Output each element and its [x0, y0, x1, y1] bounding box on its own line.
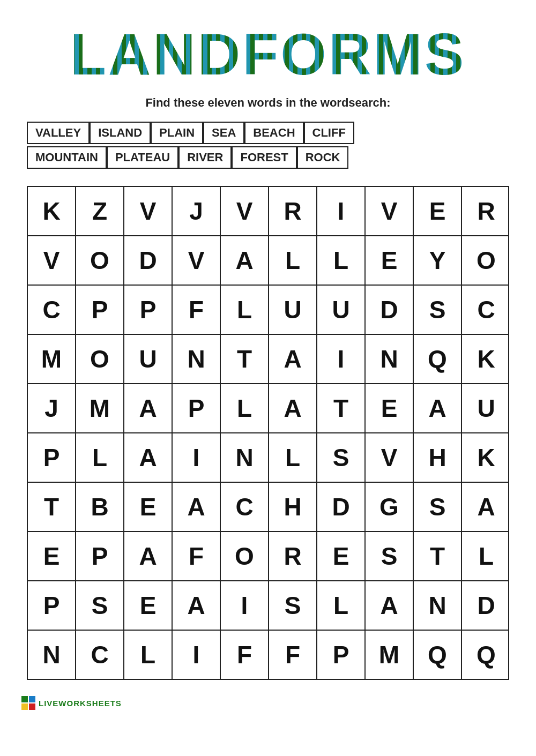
grid-cell-2-6[interactable]: U: [317, 286, 366, 334]
grid-cell-3-7[interactable]: N: [366, 335, 414, 383]
grid-cell-2-4[interactable]: L: [221, 286, 269, 334]
grid-cell-2-1[interactable]: P: [76, 286, 124, 334]
grid-cell-4-9[interactable]: U: [462, 384, 510, 432]
grid-cell-5-9[interactable]: K: [462, 433, 510, 482]
grid-cell-5-4[interactable]: N: [221, 433, 269, 482]
grid-cell-1-6[interactable]: L: [317, 236, 366, 285]
grid-cell-7-1[interactable]: P: [76, 532, 124, 580]
grid-cell-7-6[interactable]: E: [317, 532, 366, 580]
grid-cell-1-4[interactable]: A: [221, 236, 269, 285]
grid-cell-9-2[interactable]: L: [124, 631, 173, 679]
grid-cell-9-7[interactable]: M: [366, 631, 414, 679]
grid-cell-4-8[interactable]: A: [414, 384, 462, 432]
grid-cell-6-6[interactable]: D: [317, 483, 366, 531]
grid-cell-7-2[interactable]: A: [124, 532, 173, 580]
grid-cell-7-9[interactable]: L: [462, 532, 510, 580]
grid-cell-8-6[interactable]: L: [317, 581, 366, 630]
grid-cell-3-8[interactable]: Q: [414, 335, 462, 383]
grid-cell-9-3[interactable]: I: [173, 631, 221, 679]
grid-cell-6-9[interactable]: A: [462, 483, 510, 531]
grid-cell-7-3[interactable]: F: [173, 532, 221, 580]
grid-cell-9-1[interactable]: C: [76, 631, 124, 679]
grid-cell-2-8[interactable]: S: [414, 286, 462, 334]
grid-cell-3-9[interactable]: K: [462, 335, 510, 383]
grid-cell-7-7[interactable]: S: [366, 532, 414, 580]
grid-cell-5-0[interactable]: P: [28, 433, 76, 482]
grid-cell-4-0[interactable]: J: [28, 384, 76, 432]
grid-cell-9-8[interactable]: Q: [414, 631, 462, 679]
grid-cell-9-5[interactable]: F: [269, 631, 317, 679]
grid-cell-0-8[interactable]: E: [414, 187, 462, 235]
grid-cell-4-7[interactable]: E: [366, 384, 414, 432]
grid-cell-6-0[interactable]: T: [28, 483, 76, 531]
grid-cell-8-8[interactable]: N: [414, 581, 462, 630]
grid-cell-1-0[interactable]: V: [28, 236, 76, 285]
grid-cell-4-6[interactable]: T: [317, 384, 366, 432]
grid-cell-4-4[interactable]: L: [221, 384, 269, 432]
grid-cell-9-0[interactable]: N: [28, 631, 76, 679]
grid-cell-6-1[interactable]: B: [76, 483, 124, 531]
grid-cell-7-8[interactable]: T: [414, 532, 462, 580]
grid-cell-0-7[interactable]: V: [366, 187, 414, 235]
grid-cell-4-1[interactable]: M: [76, 384, 124, 432]
grid-cell-0-5[interactable]: R: [269, 187, 317, 235]
grid-cell-0-6[interactable]: I: [317, 187, 366, 235]
grid-cell-0-2[interactable]: V: [124, 187, 173, 235]
grid-cell-0-3[interactable]: J: [173, 187, 221, 235]
grid-cell-5-7[interactable]: V: [366, 433, 414, 482]
grid-cell-2-7[interactable]: D: [366, 286, 414, 334]
grid-cell-7-5[interactable]: R: [269, 532, 317, 580]
grid-cell-4-5[interactable]: A: [269, 384, 317, 432]
grid-cell-4-3[interactable]: P: [173, 384, 221, 432]
grid-cell-8-1[interactable]: S: [76, 581, 124, 630]
grid-cell-3-3[interactable]: N: [173, 335, 221, 383]
grid-cell-1-7[interactable]: E: [366, 236, 414, 285]
grid-cell-4-2[interactable]: A: [124, 384, 173, 432]
grid-cell-6-5[interactable]: H: [269, 483, 317, 531]
grid-cell-5-5[interactable]: L: [269, 433, 317, 482]
grid-cell-0-9[interactable]: R: [462, 187, 510, 235]
grid-cell-8-9[interactable]: D: [462, 581, 510, 630]
grid-cell-1-8[interactable]: Y: [414, 236, 462, 285]
grid-cell-0-0[interactable]: K: [28, 187, 76, 235]
grid-cell-5-1[interactable]: L: [76, 433, 124, 482]
grid-cell-3-5[interactable]: A: [269, 335, 317, 383]
grid-cell-6-8[interactable]: S: [414, 483, 462, 531]
grid-cell-1-2[interactable]: D: [124, 236, 173, 285]
grid-cell-2-0[interactable]: C: [28, 286, 76, 334]
grid-cell-8-5[interactable]: S: [269, 581, 317, 630]
grid-cell-5-6[interactable]: S: [317, 433, 366, 482]
grid-cell-1-5[interactable]: L: [269, 236, 317, 285]
grid-cell-6-2[interactable]: E: [124, 483, 173, 531]
grid-cell-2-5[interactable]: U: [269, 286, 317, 334]
grid-cell-5-8[interactable]: H: [414, 433, 462, 482]
grid-cell-8-3[interactable]: A: [173, 581, 221, 630]
grid-cell-1-9[interactable]: O: [462, 236, 510, 285]
grid-cell-1-1[interactable]: O: [76, 236, 124, 285]
grid-cell-8-7[interactable]: A: [366, 581, 414, 630]
grid-cell-3-1[interactable]: O: [76, 335, 124, 383]
grid-cell-9-4[interactable]: F: [221, 631, 269, 679]
grid-cell-2-2[interactable]: P: [124, 286, 173, 334]
grid-cell-8-2[interactable]: E: [124, 581, 173, 630]
grid-cell-5-2[interactable]: A: [124, 433, 173, 482]
grid-cell-6-7[interactable]: G: [366, 483, 414, 531]
grid-cell-9-9[interactable]: Q: [462, 631, 510, 679]
grid-cell-0-4[interactable]: V: [221, 187, 269, 235]
grid-cell-2-3[interactable]: F: [173, 286, 221, 334]
grid-cell-8-4[interactable]: I: [221, 581, 269, 630]
grid-cell-1-3[interactable]: V: [173, 236, 221, 285]
grid-cell-5-3[interactable]: I: [173, 433, 221, 482]
grid-cell-0-1[interactable]: Z: [76, 187, 124, 235]
grid-cell-9-6[interactable]: P: [317, 631, 366, 679]
grid-cell-3-6[interactable]: I: [317, 335, 366, 383]
grid-cell-8-0[interactable]: P: [28, 581, 76, 630]
grid-cell-7-0[interactable]: E: [28, 532, 76, 580]
grid-cell-2-9[interactable]: C: [462, 286, 510, 334]
grid-cell-6-3[interactable]: A: [173, 483, 221, 531]
grid-cell-3-2[interactable]: U: [124, 335, 173, 383]
grid-cell-3-0[interactable]: M: [28, 335, 76, 383]
grid-cell-7-4[interactable]: O: [221, 532, 269, 580]
grid-cell-3-4[interactable]: T: [221, 335, 269, 383]
grid-cell-6-4[interactable]: C: [221, 483, 269, 531]
